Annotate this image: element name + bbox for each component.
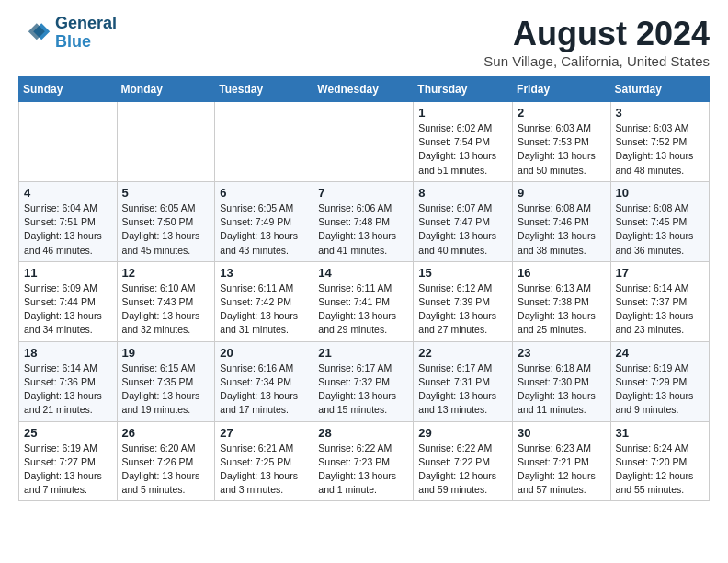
day-info: Sunrise: 6:19 AMSunset: 7:29 PMDaylight:… (616, 362, 704, 418)
calendar-cell (215, 102, 313, 182)
calendar-cell: 24Sunrise: 6:19 AMSunset: 7:29 PMDayligh… (610, 341, 709, 421)
day-number: 12 (122, 266, 210, 280)
calendar-table: SundayMondayTuesdayWednesdayThursdayFrid… (18, 76, 710, 501)
calendar-cell: 19Sunrise: 6:15 AMSunset: 7:35 PMDayligh… (117, 341, 215, 421)
day-info: Sunrise: 6:19 AMSunset: 7:27 PMDaylight:… (24, 442, 112, 498)
calendar-cell: 16Sunrise: 6:13 AMSunset: 7:38 PMDayligh… (513, 261, 611, 341)
title-block: August 2024 Sun Village, California, Uni… (483, 15, 710, 69)
calendar-row-1: 1Sunrise: 6:02 AMSunset: 7:54 PMDaylight… (19, 102, 710, 182)
day-number: 2 (518, 106, 606, 120)
day-info: Sunrise: 6:17 AMSunset: 7:32 PMDaylight:… (318, 362, 408, 418)
day-number: 16 (518, 266, 606, 280)
day-number: 1 (418, 106, 507, 120)
day-number: 29 (418, 426, 507, 440)
calendar-cell: 8Sunrise: 6:07 AMSunset: 7:47 PMDaylight… (414, 181, 513, 261)
calendar-cell: 29Sunrise: 6:22 AMSunset: 7:22 PMDayligh… (414, 421, 513, 501)
calendar-cell: 10Sunrise: 6:08 AMSunset: 7:45 PMDayligh… (610, 181, 709, 261)
day-info: Sunrise: 6:14 AMSunset: 7:36 PMDaylight:… (24, 362, 112, 418)
day-number: 7 (318, 186, 408, 200)
day-number: 27 (220, 426, 308, 440)
day-number: 25 (24, 426, 112, 440)
day-info: Sunrise: 6:06 AMSunset: 7:48 PMDaylight:… (318, 201, 408, 258)
day-info: Sunrise: 6:23 AMSunset: 7:21 PMDaylight:… (518, 442, 606, 498)
day-info: Sunrise: 6:05 AMSunset: 7:49 PMDaylight:… (220, 201, 308, 258)
calendar-row-3: 11Sunrise: 6:09 AMSunset: 7:44 PMDayligh… (19, 261, 710, 341)
header-wednesday: Wednesday (313, 77, 414, 102)
calendar-cell: 28Sunrise: 6:22 AMSunset: 7:23 PMDayligh… (313, 421, 414, 501)
calendar-cell: 22Sunrise: 6:17 AMSunset: 7:31 PMDayligh… (414, 341, 513, 421)
calendar-cell: 13Sunrise: 6:11 AMSunset: 7:42 PMDayligh… (215, 261, 313, 341)
day-number: 13 (220, 266, 308, 280)
calendar-cell: 30Sunrise: 6:23 AMSunset: 7:21 PMDayligh… (513, 421, 611, 501)
page-header: General Blue August 2024 Sun Village, Ca… (18, 15, 710, 69)
logo: General Blue (18, 15, 117, 52)
calendar-row-4: 18Sunrise: 6:14 AMSunset: 7:36 PMDayligh… (19, 341, 710, 421)
header-friday: Friday (513, 77, 611, 102)
day-info: Sunrise: 6:03 AMSunset: 7:52 PMDaylight:… (616, 121, 704, 178)
calendar-row-2: 4Sunrise: 6:04 AMSunset: 7:51 PMDaylight… (19, 181, 710, 261)
logo-text: General Blue (55, 15, 117, 52)
day-info: Sunrise: 6:02 AMSunset: 7:54 PMDaylight:… (418, 121, 507, 178)
day-info: Sunrise: 6:10 AMSunset: 7:43 PMDaylight:… (122, 282, 210, 338)
day-info: Sunrise: 6:03 AMSunset: 7:53 PMDaylight:… (518, 121, 606, 178)
day-number: 31 (616, 426, 704, 440)
day-info: Sunrise: 6:22 AMSunset: 7:23 PMDaylight:… (318, 442, 408, 498)
calendar-cell: 5Sunrise: 6:05 AMSunset: 7:50 PMDaylight… (117, 181, 215, 261)
calendar-cell: 20Sunrise: 6:16 AMSunset: 7:34 PMDayligh… (215, 341, 313, 421)
day-number: 11 (24, 266, 112, 280)
calendar-header-row: SundayMondayTuesdayWednesdayThursdayFrid… (19, 77, 710, 102)
calendar-cell: 7Sunrise: 6:06 AMSunset: 7:48 PMDaylight… (313, 181, 414, 261)
day-number: 22 (418, 346, 507, 360)
calendar-cell: 11Sunrise: 6:09 AMSunset: 7:44 PMDayligh… (19, 261, 118, 341)
day-info: Sunrise: 6:12 AMSunset: 7:39 PMDaylight:… (418, 282, 507, 338)
day-number: 15 (418, 266, 507, 280)
day-number: 19 (122, 346, 210, 360)
calendar-cell (19, 102, 118, 182)
calendar-cell: 27Sunrise: 6:21 AMSunset: 7:25 PMDayligh… (215, 421, 313, 501)
calendar-cell: 26Sunrise: 6:20 AMSunset: 7:26 PMDayligh… (117, 421, 215, 501)
header-tuesday: Tuesday (215, 77, 313, 102)
day-info: Sunrise: 6:20 AMSunset: 7:26 PMDaylight:… (122, 442, 210, 498)
calendar-row-5: 25Sunrise: 6:19 AMSunset: 7:27 PMDayligh… (19, 421, 710, 501)
day-number: 18 (24, 346, 112, 360)
day-info: Sunrise: 6:11 AMSunset: 7:41 PMDaylight:… (318, 282, 408, 338)
calendar-cell: 25Sunrise: 6:19 AMSunset: 7:27 PMDayligh… (19, 421, 118, 501)
day-info: Sunrise: 6:17 AMSunset: 7:31 PMDaylight:… (418, 362, 507, 418)
calendar-cell: 2Sunrise: 6:03 AMSunset: 7:53 PMDaylight… (513, 102, 611, 182)
calendar-cell: 12Sunrise: 6:10 AMSunset: 7:43 PMDayligh… (117, 261, 215, 341)
day-number: 17 (616, 266, 704, 280)
logo-icon (18, 17, 51, 50)
day-number: 6 (220, 186, 308, 200)
day-info: Sunrise: 6:05 AMSunset: 7:50 PMDaylight:… (122, 201, 210, 258)
calendar-cell: 18Sunrise: 6:14 AMSunset: 7:36 PMDayligh… (19, 341, 118, 421)
day-info: Sunrise: 6:21 AMSunset: 7:25 PMDaylight:… (220, 442, 308, 498)
calendar-subtitle: Sun Village, California, United States (483, 53, 710, 69)
day-info: Sunrise: 6:22 AMSunset: 7:22 PMDaylight:… (418, 442, 507, 498)
calendar-cell (117, 102, 215, 182)
calendar-cell: 4Sunrise: 6:04 AMSunset: 7:51 PMDaylight… (19, 181, 118, 261)
calendar-cell: 14Sunrise: 6:11 AMSunset: 7:41 PMDayligh… (313, 261, 414, 341)
calendar-title: August 2024 (483, 15, 710, 53)
day-number: 30 (518, 426, 606, 440)
calendar-cell (313, 102, 414, 182)
day-number: 4 (24, 186, 112, 200)
day-info: Sunrise: 6:13 AMSunset: 7:38 PMDaylight:… (518, 282, 606, 338)
day-number: 3 (616, 106, 704, 120)
day-info: Sunrise: 6:15 AMSunset: 7:35 PMDaylight:… (122, 362, 210, 418)
day-info: Sunrise: 6:11 AMSunset: 7:42 PMDaylight:… (220, 282, 308, 338)
day-number: 28 (318, 426, 408, 440)
day-number: 5 (122, 186, 210, 200)
day-info: Sunrise: 6:14 AMSunset: 7:37 PMDaylight:… (616, 282, 704, 338)
header-saturday: Saturday (610, 77, 709, 102)
day-number: 20 (220, 346, 308, 360)
day-info: Sunrise: 6:08 AMSunset: 7:45 PMDaylight:… (616, 201, 704, 258)
day-number: 23 (518, 346, 606, 360)
calendar-cell: 31Sunrise: 6:24 AMSunset: 7:20 PMDayligh… (610, 421, 709, 501)
calendar-cell: 15Sunrise: 6:12 AMSunset: 7:39 PMDayligh… (414, 261, 513, 341)
calendar-cell: 1Sunrise: 6:02 AMSunset: 7:54 PMDaylight… (414, 102, 513, 182)
calendar-cell: 23Sunrise: 6:18 AMSunset: 7:30 PMDayligh… (513, 341, 611, 421)
header-monday: Monday (117, 77, 215, 102)
day-number: 21 (318, 346, 408, 360)
day-info: Sunrise: 6:09 AMSunset: 7:44 PMDaylight:… (24, 282, 112, 338)
calendar-cell: 17Sunrise: 6:14 AMSunset: 7:37 PMDayligh… (610, 261, 709, 341)
